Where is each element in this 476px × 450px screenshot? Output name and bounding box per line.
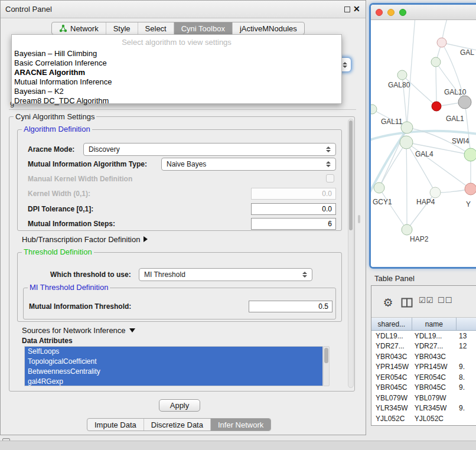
table-row[interactable]: YPR145W YPR145W 9. [371,362,476,373]
cell-shared-name: YBL079W [371,394,412,402]
node-label-gal4: GAL4 [415,150,433,158]
network-canvas[interactable]: GAL80 GAL10 GAL11 GAL1 SWI4 GAL4 GCY1 HA… [371,20,476,267]
node-unlabeled[interactable] [431,57,441,67]
combo-arrows-icon [343,62,351,68]
attribute-list-scrollbar[interactable] [323,346,330,386]
tab-select[interactable]: Select [138,22,174,34]
checked-boxes-icon[interactable]: ☑☑ [419,296,433,305]
tab-cyni-toolbox[interactable]: Cyni Toolbox [174,22,232,34]
table-row[interactable]: YLR345W YLR345W 9. [371,403,476,414]
tab-discretize-data[interactable]: Discretize Data [144,419,210,431]
node-hap2[interactable] [402,224,412,235]
tab-jactivemodules[interactable]: jActiveMNodules [232,22,304,34]
attribute-item-betweennesscentrality[interactable]: BetweennessCentrality [25,367,322,377]
settings-gear-icon[interactable]: ⚙ [381,295,395,309]
combo-value: MI Threshold [144,270,185,279]
node-pink[interactable] [437,38,446,47]
tab-style[interactable]: Style [106,22,138,34]
node-swi4[interactable] [464,148,476,161]
close-window-icon[interactable] [376,9,383,16]
network-graph: GAL80 GAL10 GAL11 GAL1 SWI4 GAL4 GCY1 HA… [371,20,476,267]
apply-button[interactable]: Apply [159,399,200,412]
attribute-item-gal4rgexp[interactable]: gal4RGexp [25,377,322,386]
tab-label: Style [113,24,131,33]
node-hap4[interactable] [430,187,441,198]
zoom-window-icon[interactable] [399,9,406,16]
cell-shared-name: YBR045C [371,383,412,392]
table-row[interactable]: YBR045C YBR045C 9. [371,383,476,393]
mi-algorithm-type-combobox[interactable]: Naive Bayes [161,158,336,171]
table-row[interactable]: YJL052C YJL052C [371,413,476,424]
table-panel-window: ⚙ ☑☑ ☐☐ shared... name YDL19... YDL19...… [371,285,476,426]
close-panel-icon[interactable]: ✕ [353,4,360,14]
dropdown-item-bayesian-hill-climbing[interactable]: Bayesian – Hill Climbing [12,49,341,58]
combo-value: Discovery [89,145,120,154]
aracne-mode-combobox[interactable]: Discovery [83,143,336,156]
cell-name: YBR043C [412,353,457,361]
cell-name: YER054C [412,373,457,381]
tab-label: Select [145,24,167,33]
cell-name: YBR045C [412,383,457,392]
tab-impute-data[interactable]: Impute Data [87,419,144,431]
mi-threshold-field[interactable] [249,301,332,312]
node-label-gal1: GAL1 [446,115,464,123]
hub-definition-label: Hub/Transcription Factor Definition [22,235,140,244]
node-gray[interactable] [458,96,471,109]
dropdown-item-mutual-information[interactable]: Mutual Information Inference [12,77,341,87]
attribute-list-scrollbar-thumb[interactable] [324,348,328,363]
node-gal10-selected[interactable] [432,102,441,111]
threshold-definition-title: Threshold Definition [22,248,94,256]
cell-name: YDR27... [412,342,457,350]
settings-scrollbar-thumb[interactable] [349,120,353,230]
node-salmon[interactable] [465,183,476,195]
which-threshold-combobox[interactable]: MI Threshold [139,268,312,281]
cell-value: 8. [457,373,476,381]
column-header-shared-name[interactable]: shared... [371,318,412,330]
table-row[interactable]: YDL19... YDL19... 13 [371,331,476,341]
table-row[interactable]: YBL079W YBL079W [371,393,476,403]
table-row[interactable]: YDR27... YDR27... 12 [371,341,476,352]
column-visibility-icon[interactable] [401,298,413,308]
mi-steps-field[interactable] [251,218,336,230]
cell-name: YBL079W [412,394,457,402]
unchecked-boxes-icon[interactable]: ☐☐ [438,296,452,305]
attribute-item-selfloops[interactable]: SelfLoops [25,347,322,357]
table-row[interactable]: YER054C YER054C 8. [371,372,476,383]
mi-threshold-label: Mutual Information Threshold: [29,300,131,313]
node-gcy1[interactable] [374,182,384,193]
sources-section-header[interactable]: Sources for Network Inference [22,325,135,335]
cell-shared-name: YDR27... [371,342,412,350]
panel-resize-grip[interactable] [358,215,360,223]
float-window-icon[interactable] [344,6,350,12]
dropdown-item-aracne[interactable]: ARACNE Algorithm [12,68,341,77]
dropdown-item-dream8[interactable]: Dream8 DC_TDC Algorithm [12,96,341,106]
column-header-clipped[interactable] [457,318,476,330]
node-unlabeled[interactable] [371,105,377,114]
attribute-item-topologicalcoefficient[interactable]: TopologicalCoefficient [25,357,322,367]
node-gal80[interactable] [397,70,407,80]
table-panel-toolbar: ⚙ ☑☑ ☐☐ [371,286,476,318]
hub-definition-section-header[interactable]: Hub/Transcription Factor Definition [22,233,148,245]
control-panel-tabs: Network Style Select Cyni Toolbox jActiv… [51,22,305,35]
data-attributes-label: Data Attributes [22,335,73,346]
minimize-window-icon[interactable] [387,9,395,16]
column-header-name[interactable]: name [412,318,457,330]
cell-shared-name: YJL052C [371,415,412,423]
tab-infer-network[interactable]: Infer Network [210,419,270,431]
node-gal4[interactable] [400,136,413,149]
table-panel-title: Table Panel [374,274,415,283]
tab-network[interactable]: Network [52,22,106,34]
columns-glyph [401,298,413,308]
tab-label: Cyni Toolbox [181,24,225,33]
dpi-tolerance-field[interactable] [251,203,336,215]
dropdown-item-bayesian-k2[interactable]: Bayesian – K2 [12,87,341,96]
cell-value: 9. [457,363,476,371]
node-label-gal11: GAL11 [381,118,403,126]
node-gal11[interactable] [401,122,413,133]
collapse-down-icon [129,328,135,332]
data-attributes-list: SelfLoops TopologicalCoefficient Between… [24,346,323,386]
dropdown-item-basic-correlation[interactable]: Basic Correlation Inference [12,58,341,68]
algorithm-definition-title: Algorithm Definition [22,125,92,133]
settings-scrollbar[interactable] [348,119,354,388]
table-row[interactable]: YBR043C YBR043C [371,351,476,362]
